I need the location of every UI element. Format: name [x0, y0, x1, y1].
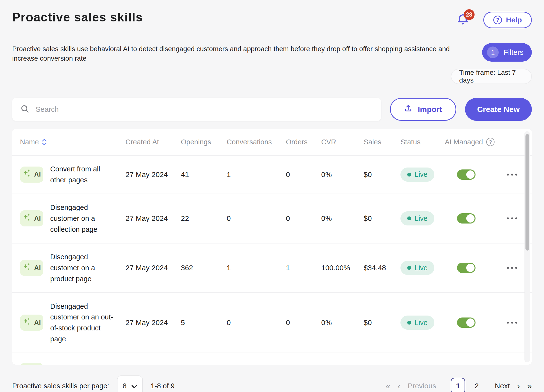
kebab-dot [515, 174, 517, 176]
kebab-dot [515, 322, 517, 324]
ai-badge-label: AI [34, 171, 41, 178]
skill-name: Disengaged customer on a product page [50, 252, 113, 284]
status-dot-icon [407, 321, 411, 325]
results-range-label: 1-8 of 9 [151, 382, 175, 390]
search-icon [20, 104, 29, 114]
import-button[interactable]: Import [390, 98, 456, 121]
status-dot-icon [407, 216, 411, 220]
table-row[interactable]: AI Disengaged [12, 353, 532, 365]
ai-managed-cell [445, 263, 497, 273]
page-button-2[interactable]: 2 [473, 382, 481, 390]
table-row[interactable]: AI Convert from all other pages 27 May 2… [12, 155, 532, 194]
cvr-cell: 0% [321, 214, 364, 223]
status-dot-icon [407, 266, 411, 270]
ai-managed-help-icon[interactable]: ? [486, 138, 495, 146]
column-header-status: Status [400, 138, 445, 146]
table-row[interactable]: AI Disengaged customer on a collection p… [12, 194, 532, 243]
sales-cell: $0 [364, 170, 400, 179]
kebab-dot [507, 322, 509, 324]
search-input[interactable] [36, 105, 373, 113]
next-page-arrow[interactable]: › [517, 382, 520, 390]
chevron-down-icon [131, 382, 137, 390]
conversations-cell: 1 [227, 170, 286, 179]
created-at-cell: 27 May 2024 [126, 264, 181, 272]
column-header-cvr: CVR [321, 138, 364, 146]
ai-badge: AI [20, 260, 43, 276]
orders-cell: 0 [286, 318, 321, 327]
conversations-cell: 0 [227, 214, 286, 223]
column-header-orders: Orders [286, 138, 321, 146]
ai-badge: AI [20, 167, 43, 183]
ai-badge-label: AI [34, 264, 41, 272]
ai-badge-label: AI [34, 319, 41, 327]
page-header: Proactive sales skills 28 ? Help [12, 0, 532, 28]
ai-managed-toggle[interactable] [457, 317, 476, 328]
orders-cell: 1 [286, 264, 321, 272]
kebab-dot [507, 174, 509, 176]
status-label: Live [415, 170, 427, 178]
column-header-conversations: Conversations [227, 138, 286, 146]
table-scrollbar-thumb[interactable] [525, 134, 529, 251]
timeframe-filter-chip[interactable]: Time frame: Last 7 days [451, 69, 532, 84]
ai-managed-cell [445, 213, 497, 224]
sparkles-icon [22, 169, 32, 180]
question-mark-icon: ? [493, 16, 502, 24]
column-header-ai-managed-label: AI Managed [445, 138, 483, 146]
per-page-select[interactable]: 8 [117, 375, 143, 392]
import-button-label: Import [418, 105, 442, 114]
name-cell: AI Disengaged [12, 363, 126, 365]
ai-managed-toggle[interactable] [457, 213, 476, 224]
skill-name: Disengaged customer on a collection page [50, 202, 113, 235]
ai-badge: AI [20, 210, 43, 226]
column-header-name-label: Name [20, 138, 39, 146]
page-navigation: « ‹ Previous 1 2 Next › » [386, 378, 532, 392]
next-page-button[interactable]: Next [495, 382, 510, 390]
table-scrollbar-track[interactable] [525, 131, 530, 362]
help-button[interactable]: ? Help [483, 12, 532, 28]
help-button-label: Help [506, 16, 522, 24]
sparkles-icon [22, 213, 32, 224]
sparkles-icon [22, 262, 32, 273]
kebab-dot [511, 217, 513, 219]
conversations-cell: 1 [227, 264, 286, 272]
filters-button-label: Filters [504, 48, 524, 56]
column-header-openings: Openings [181, 138, 227, 146]
last-page-button[interactable]: » [527, 382, 532, 390]
status-badge: Live [400, 211, 434, 225]
cvr-cell: 100.00% [321, 264, 364, 272]
created-at-cell: 27 May 2024 [126, 318, 181, 327]
upload-icon [404, 104, 412, 114]
previous-page-button[interactable]: Previous [408, 382, 436, 390]
status-label: Live [415, 264, 427, 272]
pagination-bar: Proactive sales skills per page: 8 1-8 o… [12, 375, 532, 392]
sales-cell: $0 [364, 214, 400, 223]
table-row[interactable]: AI Disengaged customer on a product page… [12, 243, 532, 292]
column-header-sales: Sales [364, 138, 400, 146]
status-cell: Live [400, 261, 445, 275]
per-page-value: 8 [123, 382, 127, 390]
kebab-dot [511, 322, 513, 324]
kebab-dot [507, 267, 509, 269]
orders-cell: 0 [286, 170, 321, 179]
cvr-cell: 0% [321, 170, 364, 179]
sort-icon [42, 139, 47, 145]
ai-managed-cell [445, 169, 497, 180]
filters-button[interactable]: 1 Filters [482, 43, 532, 62]
ai-managed-toggle[interactable] [457, 263, 476, 273]
status-dot-icon [407, 173, 411, 177]
created-at-cell: 27 May 2024 [126, 170, 181, 179]
create-new-button[interactable]: Create New [465, 98, 532, 121]
description-row: Proactive sales skills use behavioral AI… [12, 44, 532, 84]
ai-managed-toggle[interactable] [457, 169, 476, 180]
ai-badge: AI [20, 315, 43, 331]
sales-cell: $0 [364, 318, 400, 327]
table-row[interactable]: AI Disengaged customer on an out-of-stoc… [12, 292, 532, 353]
page-description: Proactive sales skills use behavioral AI… [12, 44, 451, 84]
previous-page-arrow[interactable]: ‹ [398, 382, 400, 390]
column-header-name[interactable]: Name [12, 138, 126, 146]
first-page-button[interactable]: « [386, 382, 390, 390]
page-button-1[interactable]: 1 [451, 378, 465, 392]
sales-cell: $34.48 [364, 264, 400, 272]
notifications-button[interactable]: 28 [457, 13, 470, 27]
bell-icon [457, 22, 469, 27]
